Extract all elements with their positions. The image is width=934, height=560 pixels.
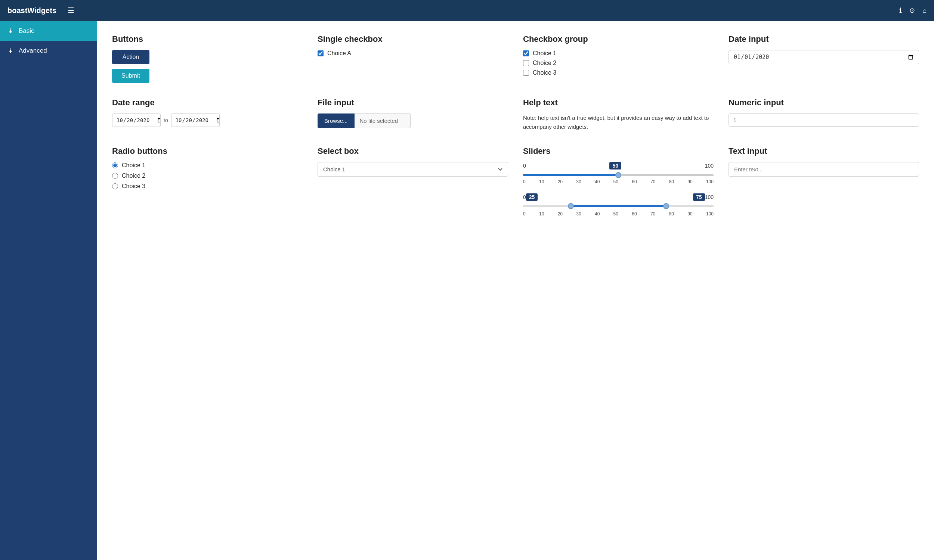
navbar: boastWidgets ☰ ℹ ⊙ ⌂ <box>0 0 934 21</box>
radio-item-3[interactable]: Choice 3 <box>112 183 303 190</box>
single-checkbox-section: Single checkbox Choice A <box>317 34 508 83</box>
file-input-title: File input <box>317 98 508 108</box>
numeric-input-section: Numeric input <box>729 98 919 131</box>
widgets-grid: Buttons Action Submit Single checkbox Ch… <box>112 34 919 217</box>
radio-2-label: Choice 2 <box>122 172 145 179</box>
checkbox-group-item-1[interactable]: Choice 1 <box>523 50 714 57</box>
single-checkbox-title: Single checkbox <box>317 34 508 44</box>
help-text-title: Help text <box>523 98 714 108</box>
help-text-section: Help text Note: help text isn't a true w… <box>523 98 714 131</box>
range-slider-container: 0 25 75 100 0 <box>523 193 714 217</box>
radio-item-2[interactable]: Choice 2 <box>112 172 303 179</box>
single-slider-container: 0 50 100 0 10 20 30 40 50 60 70 80 <box>523 162 714 185</box>
radio-3-input[interactable] <box>112 183 118 189</box>
single-slider-ticks: 0 10 20 30 40 50 60 70 80 90 100 <box>523 179 714 185</box>
checkbox-3-input[interactable] <box>523 70 529 76</box>
file-input-wrapper: Browse... No file selected <box>317 114 508 128</box>
numeric-input-title: Numeric input <box>729 98 919 108</box>
date-input-section: Date input <box>729 34 919 83</box>
range-slider-labels: 0 25 75 100 <box>523 193 714 201</box>
date-range-title: Date range <box>112 98 303 108</box>
radio-buttons-section: Radio buttons Choice 1 Choice 2 Choice 3 <box>112 146 303 217</box>
main-layout: 🌡 Basic 🌡 Advanced Buttons Action Submit… <box>0 21 934 560</box>
thermometer-icon-basic: 🌡 <box>8 27 14 35</box>
date-input-title: Date input <box>729 34 919 44</box>
range-slider-ticks: 0 10 20 30 40 50 60 70 80 90 100 <box>523 211 714 217</box>
checkbox-group-item-2[interactable]: Choice 2 <box>523 60 714 66</box>
range-slider-high-badge: 75 <box>693 193 705 201</box>
single-slider-labels: 0 50 100 <box>523 162 714 169</box>
range-track-wrapper <box>523 202 714 210</box>
single-checkbox-item[interactable]: Choice A <box>317 50 508 57</box>
date-input-field[interactable] <box>729 50 919 64</box>
checkbox-group-section: Checkbox group Choice 1 Choice 2 Choice … <box>523 34 714 83</box>
file-browse-button[interactable]: Browse... <box>317 114 354 128</box>
hamburger-menu[interactable]: ☰ <box>68 6 74 15</box>
sidebar-label-advanced: Advanced <box>18 47 47 54</box>
select-box-input[interactable]: Choice 1 Choice 2 Choice 3 <box>317 162 508 177</box>
submit-button[interactable]: Submit <box>112 69 150 83</box>
info-icon[interactable]: ℹ <box>899 6 902 15</box>
checkbox-3-label: Choice 3 <box>533 69 556 76</box>
text-input-field[interactable] <box>729 162 919 177</box>
checkbox-1-input[interactable] <box>523 51 529 56</box>
help-text-content: Note: help text isn't a true widget, but… <box>523 114 714 131</box>
select-box-title: Select box <box>317 146 508 156</box>
checkbox-group-title: Checkbox group <box>523 34 714 44</box>
range-slider-low-badge: 25 <box>526 193 538 201</box>
thermometer-icon-advanced: 🌡 <box>8 47 14 54</box>
sliders-section: Sliders 0 50 100 0 10 20 30 40 <box>523 146 714 217</box>
text-input-title: Text input <box>729 146 919 156</box>
text-input-section: Text input <box>729 146 919 217</box>
single-slider-input[interactable] <box>523 174 714 176</box>
sidebar-item-basic[interactable]: 🌡 Basic <box>0 21 97 41</box>
checkbox-group-item-3[interactable]: Choice 3 <box>523 69 714 76</box>
date-range-end[interactable] <box>171 114 220 127</box>
sliders-title: Sliders <box>523 146 714 156</box>
github-icon[interactable]: ⊙ <box>909 6 915 15</box>
navbar-icons: ℹ ⊙ ⌂ <box>899 6 926 15</box>
file-input-section: File input Browse... No file selected <box>317 98 508 131</box>
numeric-input-field[interactable] <box>729 114 919 126</box>
sidebar-item-advanced[interactable]: 🌡 Advanced <box>0 41 97 60</box>
date-range-to-label: to <box>163 117 168 123</box>
sidebar-label-basic: Basic <box>18 27 34 35</box>
radio-3-label: Choice 3 <box>122 183 145 190</box>
checkbox-1-label: Choice 1 <box>533 50 556 57</box>
action-button[interactable]: Action <box>112 50 150 64</box>
date-range-start[interactable] <box>112 114 161 127</box>
single-slider-max-label: 100 <box>705 163 714 169</box>
date-range-wrapper: to <box>112 114 303 127</box>
range-slider-max-label: 100 <box>705 194 714 200</box>
checkbox-2-label: Choice 2 <box>533 60 556 66</box>
buttons-title: Buttons <box>112 34 303 44</box>
single-slider-value-badge: 50 <box>609 162 621 169</box>
radio-1-label: Choice 1 <box>122 162 145 169</box>
buttons-section: Buttons Action Submit <box>112 34 303 83</box>
radio-item-1[interactable]: Choice 1 <box>112 162 303 169</box>
radio-1-input[interactable] <box>112 162 118 168</box>
single-checkbox-label: Choice A <box>327 50 351 57</box>
checkbox-2-input[interactable] <box>523 60 529 66</box>
single-slider-min-label: 0 <box>523 163 526 169</box>
sidebar: 🌡 Basic 🌡 Advanced <box>0 21 97 560</box>
date-range-section: Date range to <box>112 98 303 131</box>
content-area: Buttons Action Submit Single checkbox Ch… <box>97 21 934 560</box>
file-name-display: No file selected <box>354 114 411 128</box>
radio-2-input[interactable] <box>112 173 118 179</box>
radio-buttons-title: Radio buttons <box>112 146 303 156</box>
brand-logo: boastWidgets <box>8 6 56 15</box>
home-icon[interactable]: ⌂ <box>922 7 926 15</box>
single-checkbox-input[interactable] <box>317 51 324 56</box>
select-box-section: Select box Choice 1 Choice 2 Choice 3 <box>317 146 508 217</box>
range-slider-min-label: 0 <box>523 194 526 200</box>
